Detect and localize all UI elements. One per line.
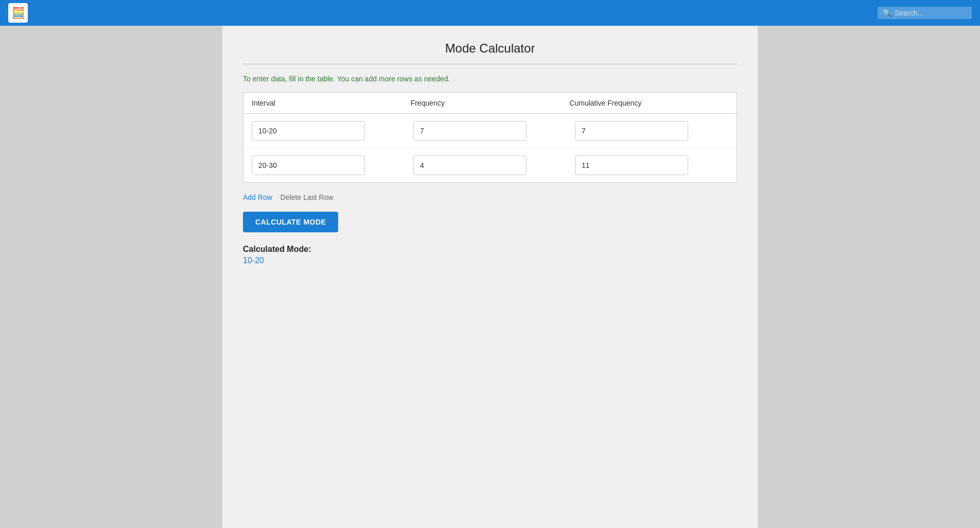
table-header: Interval Frequency Cumulative Frequency [243,93,737,114]
search-container[interactable]: 🔍 [878,7,972,19]
app-logo: 🧮 [8,3,28,23]
cumulative-input-1[interactable] [575,156,688,175]
table-row [243,114,737,148]
data-table: Interval Frequency Cumulative Frequency [243,92,737,183]
result-label: Calculated Mode: [243,245,737,254]
search-input[interactable] [895,9,967,17]
result-section: Calculated Mode: 10-20 [243,245,737,265]
frequency-input-0[interactable] [413,121,527,141]
title-divider [243,64,737,64]
col-header-frequency: Frequency [411,99,570,107]
logo-icon: 🧮 [11,6,25,20]
interval-input-1[interactable] [252,156,365,175]
navbar: 🧮 🔍 [0,0,980,26]
interval-input-0[interactable] [252,121,365,141]
table-row [243,148,737,182]
page-title: Mode Calculator [243,41,737,56]
frequency-input-1[interactable] [413,156,527,175]
logo-container: 🧮 [8,3,28,23]
content-panel: Mode Calculator To enter data, fill in t… [222,26,758,528]
calculate-mode-button[interactable]: CALCULATE MODE [243,212,338,232]
delete-row-button[interactable]: Delete Last Row [281,193,334,201]
left-grey-area [0,26,222,528]
col-header-interval: Interval [252,99,411,107]
add-row-button[interactable]: Add Row [243,193,272,201]
search-icon: 🔍 [883,9,891,17]
action-links: Add Row Delete Last Row [243,193,737,201]
col-header-cumulative: Cumulative Frequency [569,99,728,107]
main-wrapper: Mode Calculator To enter data, fill in t… [0,26,980,528]
cumulative-input-0[interactable] [575,121,688,141]
right-grey-area [758,26,980,528]
result-value: 10-20 [243,256,737,265]
instruction-text: To enter data, fill in the table. You ca… [243,75,737,83]
